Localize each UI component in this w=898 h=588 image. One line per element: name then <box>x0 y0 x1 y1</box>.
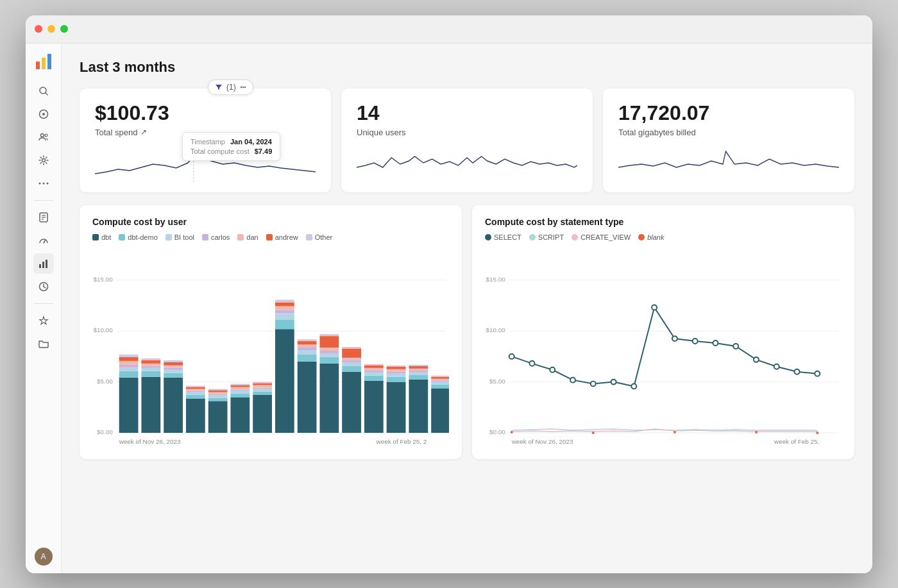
svg-rect-103 <box>319 336 339 348</box>
svg-rect-61 <box>186 387 205 389</box>
legend-item-script: SCRIPT <box>529 233 564 241</box>
sidebar-item-more[interactable] <box>33 173 54 194</box>
svg-rect-122 <box>387 371 406 373</box>
svg-rect-85 <box>275 319 294 329</box>
legend-item-dan: dan <box>237 233 258 241</box>
sidebar: A <box>26 44 62 573</box>
arrow-icon: ↗ <box>140 128 147 137</box>
svg-rect-71 <box>230 393 250 397</box>
svg-text:$5.00: $5.00 <box>489 377 505 384</box>
close-button[interactable] <box>35 25 42 33</box>
legend-color-script <box>529 234 536 240</box>
svg-text:week of Feb 25, 2: week of Feb 25, 2 <box>376 437 427 444</box>
legend-label-dbt: dbt <box>101 233 111 241</box>
legend-item-select: SELECT <box>485 233 521 241</box>
svg-point-153 <box>570 377 575 382</box>
svg-rect-126 <box>409 379 428 432</box>
svg-rect-81 <box>253 385 272 387</box>
svg-rect-66 <box>208 394 228 395</box>
svg-rect-56 <box>186 398 205 433</box>
svg-rect-36 <box>119 371 139 377</box>
svg-rect-0 <box>36 62 40 69</box>
svg-point-11 <box>42 182 44 184</box>
legend-item-blank: blank <box>638 233 664 241</box>
sidebar-item-search[interactable] <box>33 81 54 101</box>
svg-point-10 <box>38 182 40 184</box>
bottom-charts: Compute cost by user dbt dbt-demo BI <box>80 205 854 459</box>
svg-rect-100 <box>319 353 339 357</box>
svg-rect-67 <box>208 392 228 394</box>
tooltip-cost-label: Total compute cost <box>191 147 250 155</box>
svg-rect-89 <box>275 302 294 306</box>
metric-card-gb: 17,720.07 Total gigabytes billed <box>603 88 854 192</box>
svg-rect-38 <box>119 364 139 367</box>
svg-text:$10.00: $10.00 <box>93 326 113 333</box>
svg-point-162 <box>754 357 759 362</box>
tooltip: Timestamp Jan 04, 2024 Total compute cos… <box>182 132 280 161</box>
svg-rect-135 <box>431 382 449 384</box>
legend-label-dbt-demo: dbt-demo <box>128 233 157 241</box>
svg-rect-37 <box>119 367 139 371</box>
svg-rect-121 <box>387 373 406 376</box>
sidebar-item-folder[interactable] <box>33 333 54 354</box>
sidebar-item-barchart[interactable] <box>33 253 54 274</box>
filter-icon[interactable] <box>215 83 223 91</box>
maximize-button[interactable] <box>60 25 68 33</box>
svg-rect-115 <box>364 370 384 372</box>
legend-label-create-view: CREATE_VIEW <box>580 233 631 241</box>
more-options-icon[interactable] <box>240 84 246 90</box>
svg-point-161 <box>733 344 738 349</box>
user-avatar[interactable]: A <box>35 548 53 566</box>
svg-rect-80 <box>253 387 272 389</box>
sidebar-item-compass[interactable] <box>33 104 54 124</box>
svg-point-165 <box>815 371 820 376</box>
legend-item-andrew: andrew <box>266 233 298 241</box>
sidebar-item-users[interactable] <box>33 127 54 147</box>
svg-rect-92 <box>298 354 317 361</box>
svg-rect-87 <box>275 310 294 313</box>
svg-point-157 <box>652 305 657 310</box>
svg-rect-47 <box>141 360 160 363</box>
legend-color-dbt-demo <box>119 234 125 240</box>
svg-rect-108 <box>342 360 361 362</box>
svg-rect-116 <box>364 367 384 370</box>
svg-rect-125 <box>387 365 406 366</box>
svg-text:week of Feb 25,: week of Feb 25, <box>774 437 820 444</box>
sidebar-item-clock[interactable] <box>33 276 54 297</box>
svg-point-154 <box>591 381 596 386</box>
svg-rect-59 <box>186 391 205 392</box>
svg-text:$0.00: $0.00 <box>97 428 113 435</box>
svg-rect-78 <box>253 391 272 394</box>
svg-point-166 <box>511 431 513 433</box>
svg-rect-83 <box>253 382 272 383</box>
chart-card-user-cost: Compute cost by user dbt dbt-demo BI <box>80 205 462 459</box>
svg-point-12 <box>46 182 48 184</box>
svg-text:week of Nov 26, 2023: week of Nov 26, 2023 <box>511 437 573 444</box>
legend-label-dan: dan <box>246 233 258 241</box>
sidebar-item-document[interactable] <box>33 207 54 228</box>
svg-point-167 <box>592 432 595 434</box>
legend-color-blank <box>638 234 645 240</box>
svg-rect-109 <box>342 357 361 360</box>
minimize-button[interactable] <box>47 25 55 33</box>
sidebar-item-star[interactable] <box>33 310 54 331</box>
sidebar-item-gauge[interactable] <box>33 230 54 251</box>
svg-point-156 <box>631 383 636 389</box>
svg-rect-90 <box>275 299 294 302</box>
svg-rect-127 <box>409 374 428 379</box>
legend-label-bi-tool: BI tool <box>174 233 194 241</box>
legend-color-other <box>306 234 312 240</box>
svg-rect-76 <box>230 383 250 385</box>
svg-rect-57 <box>186 394 205 398</box>
metric-card-total-spend: $100.73 Total spend ↗ <box>80 88 331 192</box>
sidebar-divider-1 <box>34 200 53 201</box>
legend-label-blank: blank <box>647 233 664 241</box>
sidebar-item-settings[interactable] <box>33 150 54 171</box>
app-logo <box>33 51 54 72</box>
legend-item-bi-tool: BI tool <box>165 233 194 241</box>
legend-item-dbt-demo: dbt-demo <box>119 233 157 241</box>
svg-rect-138 <box>431 376 449 378</box>
svg-rect-18 <box>39 264 41 268</box>
svg-rect-1 <box>42 58 46 69</box>
svg-rect-43 <box>141 371 160 376</box>
